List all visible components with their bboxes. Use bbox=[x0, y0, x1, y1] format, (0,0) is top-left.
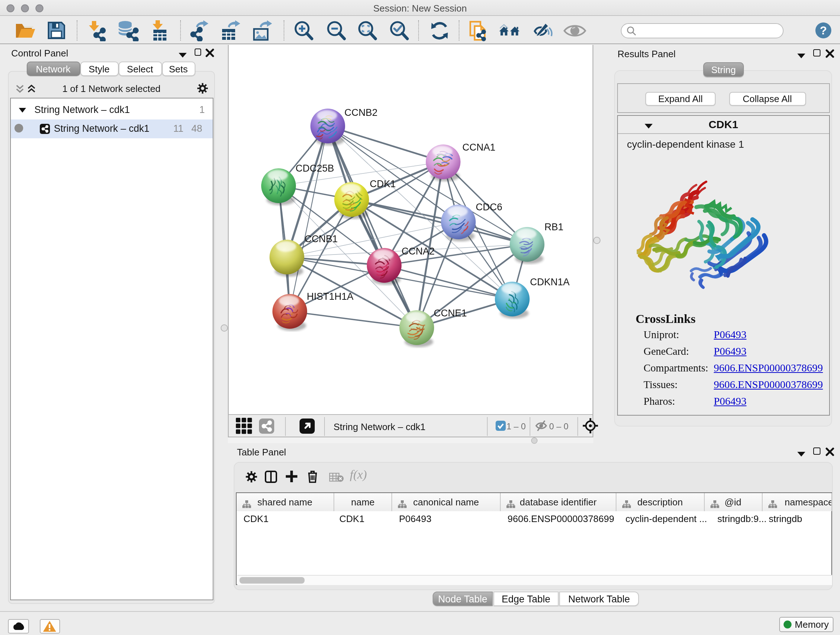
svg-text:CCNA1: CCNA1 bbox=[462, 142, 496, 153]
svg-text:?: ? bbox=[820, 24, 827, 37]
svg-text:CCNA2: CCNA2 bbox=[401, 246, 435, 257]
svg-text:CDC25B: CDC25B bbox=[295, 163, 334, 174]
svg-text:RB1: RB1 bbox=[545, 222, 564, 233]
svg-text:CDK1: CDK1 bbox=[370, 179, 396, 189]
svg-text:CCNB2: CCNB2 bbox=[344, 107, 378, 118]
svg-text:CDC6: CDC6 bbox=[476, 202, 502, 212]
svg-text:CCNE1: CCNE1 bbox=[434, 308, 467, 318]
svg-text:CDKN1A: CDKN1A bbox=[530, 277, 570, 287]
svg-text:CCNB1: CCNB1 bbox=[305, 233, 338, 244]
svg-text:HIST1H1A: HIST1H1A bbox=[307, 291, 354, 302]
